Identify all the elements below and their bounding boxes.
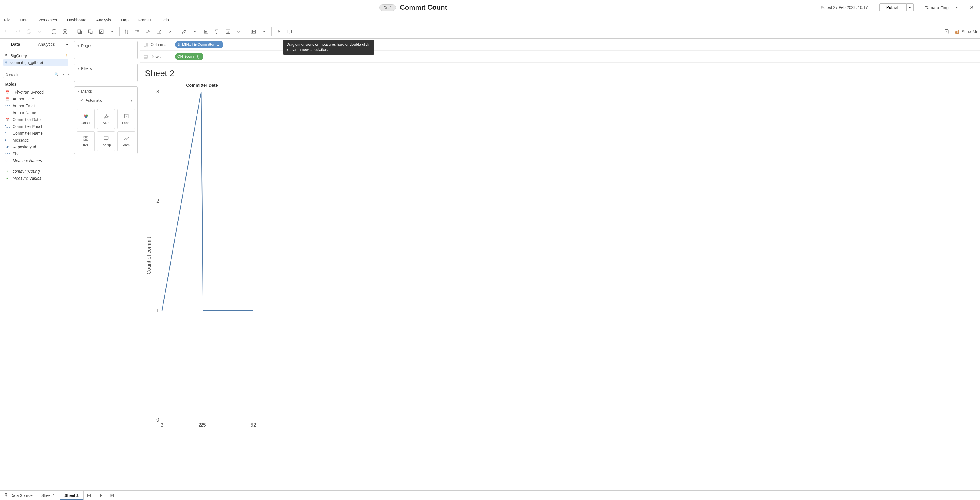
showme-button[interactable]: Show Me bbox=[955, 29, 978, 34]
svg-rect-48 bbox=[101, 495, 102, 497]
tab-data[interactable]: Data bbox=[0, 38, 31, 50]
new-worksheet-button[interactable] bbox=[74, 26, 85, 37]
columns-icon bbox=[143, 42, 148, 47]
datasource-commit[interactable]: 🗄 commit (in_github) bbox=[3, 59, 68, 66]
search-input[interactable] bbox=[3, 71, 60, 78]
new-dashboard-tab[interactable] bbox=[95, 490, 107, 500]
dataguide-button[interactable] bbox=[941, 26, 952, 37]
abc-icon: Abc bbox=[5, 111, 10, 115]
svg-rect-2 bbox=[78, 30, 80, 32]
collapse-data-pane-icon[interactable]: ◂ bbox=[62, 38, 72, 50]
totals-button[interactable] bbox=[154, 26, 165, 37]
rows-icon bbox=[143, 54, 148, 59]
fit-button[interactable] bbox=[223, 26, 233, 37]
close-icon[interactable]: ✕ bbox=[969, 4, 974, 11]
svg-text:0: 0 bbox=[156, 417, 159, 423]
sort-asc-button[interactable] bbox=[132, 26, 143, 37]
new-story-tab[interactable] bbox=[107, 490, 118, 500]
highlight-caret[interactable] bbox=[190, 26, 201, 37]
svg-rect-25 bbox=[86, 136, 88, 138]
highlight-button[interactable] bbox=[179, 26, 190, 37]
showhide-button[interactable] bbox=[248, 26, 259, 37]
menu-map[interactable]: Map bbox=[121, 18, 128, 22]
datasource-bigquery[interactable]: 🗄 BigQuery ! bbox=[3, 52, 68, 59]
present-button[interactable] bbox=[284, 26, 295, 37]
calendar-icon: 📅 bbox=[5, 118, 10, 121]
columns-pill-minute-committer[interactable]: ⊕ MINUTE(Committer … bbox=[175, 41, 223, 48]
filters-shelf[interactable]: ▾Filters bbox=[74, 64, 138, 82]
field-commit-count[interactable]: #commit (Count) bbox=[2, 168, 69, 175]
field-committer-name[interactable]: AbcCommitter Name bbox=[2, 130, 69, 137]
fit-caret[interactable] bbox=[233, 26, 244, 37]
mark-tooltip[interactable]: Tooltip bbox=[97, 131, 115, 151]
rows-pill-cnt-commit[interactable]: CNT(commit) bbox=[175, 53, 204, 60]
field-author-email[interactable]: AbcAuthor Email bbox=[2, 102, 69, 109]
mark-label[interactable]: T Label bbox=[117, 109, 135, 129]
field-measure-names[interactable]: AbcMeasure Names bbox=[2, 157, 69, 164]
field-author-date[interactable]: 📅Author Date bbox=[2, 96, 69, 102]
mark-detail[interactable]: Detail bbox=[77, 131, 95, 151]
field-repository-id[interactable]: #Repository Id bbox=[2, 144, 69, 150]
publish-dropdown[interactable]: ▾ bbox=[907, 3, 913, 11]
chart[interactable]: 01233242552Count of commit bbox=[145, 89, 259, 431]
toolbar: Show Me bbox=[0, 25, 980, 38]
field-author-name[interactable]: AbcAuthor Name bbox=[2, 109, 69, 116]
publish-button[interactable]: Publish bbox=[879, 3, 907, 11]
bottom-tabs: 🗄 Data Source Sheet 1 Sheet 2 bbox=[0, 490, 980, 500]
field-committer-date[interactable]: 📅Committer Date bbox=[2, 116, 69, 123]
chevron-down-icon: ▾ bbox=[77, 89, 79, 94]
filter-fields-icon[interactable]: ▼ bbox=[62, 71, 65, 78]
menu-dashboard[interactable]: Dashboard bbox=[67, 18, 87, 22]
workbook-title[interactable]: Commit Count bbox=[400, 3, 447, 11]
columns-shelf[interactable]: Columns ⊕ MINUTE(Committer … Drag dimens… bbox=[140, 38, 980, 51]
rows-shelf[interactable]: Rows CNT(commit) bbox=[140, 51, 980, 62]
user-menu[interactable]: Tamara Fing… ▾ bbox=[925, 5, 958, 10]
undo-button[interactable] bbox=[2, 26, 13, 37]
duplicate-button[interactable] bbox=[85, 26, 96, 37]
new-worksheet-tab[interactable] bbox=[84, 490, 95, 500]
showhide-caret[interactable] bbox=[259, 26, 269, 37]
fields-menu-icon[interactable]: ▾ bbox=[67, 71, 69, 78]
svg-rect-32 bbox=[144, 55, 148, 56]
mark-path[interactable]: Path bbox=[117, 131, 135, 151]
database-icon: 🗄 bbox=[4, 493, 8, 498]
pages-shelf[interactable]: ▾Pages bbox=[74, 41, 138, 59]
field-fivetran-synced[interactable]: 📅_Fivetran Synced bbox=[2, 89, 69, 96]
field-measure-values[interactable]: #Measure Values bbox=[2, 175, 69, 182]
svg-point-18 bbox=[85, 116, 87, 118]
replay-button[interactable] bbox=[23, 26, 34, 37]
pause-updates-button[interactable] bbox=[60, 26, 70, 37]
chevron-down-icon: ▾ bbox=[130, 98, 133, 102]
menu-file[interactable]: File bbox=[4, 18, 11, 22]
menu-worksheet[interactable]: Worksheet bbox=[38, 18, 57, 22]
format-button[interactable] bbox=[212, 26, 223, 37]
clear-sheet-button[interactable] bbox=[96, 26, 107, 37]
menu-data[interactable]: Data bbox=[20, 18, 29, 22]
totals-caret[interactable] bbox=[165, 26, 175, 37]
swap-button[interactable] bbox=[121, 26, 132, 37]
tab-analytics[interactable]: Analytics bbox=[31, 38, 62, 50]
field-sha[interactable]: AbcSha bbox=[2, 150, 69, 157]
mark-size[interactable]: Size bbox=[97, 109, 115, 129]
sort-desc-button[interactable] bbox=[143, 26, 154, 37]
clear-caret[interactable] bbox=[107, 26, 118, 37]
sheet-tab-1[interactable]: Sheet 1 bbox=[37, 490, 60, 500]
svg-rect-30 bbox=[145, 43, 146, 46]
sheet-tab-2[interactable]: Sheet 2 bbox=[60, 490, 84, 500]
menu-analysis[interactable]: Analysis bbox=[96, 18, 111, 22]
sheet-title[interactable]: Sheet 2 bbox=[145, 69, 259, 78]
redo-button[interactable] bbox=[13, 26, 23, 37]
menu-help[interactable]: Help bbox=[161, 18, 169, 22]
download-button[interactable] bbox=[273, 26, 284, 37]
abc-icon: Abc bbox=[5, 131, 10, 135]
labels-button[interactable] bbox=[201, 26, 212, 37]
new-datasource-button[interactable] bbox=[49, 26, 60, 37]
replay-caret[interactable] bbox=[34, 26, 45, 37]
data-source-tab[interactable]: 🗄 Data Source bbox=[0, 490, 37, 500]
mark-colour[interactable]: Colour bbox=[77, 109, 95, 129]
menu-format[interactable]: Format bbox=[138, 18, 151, 22]
mark-type-dropdown[interactable]: Automatic ▾ bbox=[77, 96, 135, 104]
abc-icon: Abc bbox=[5, 138, 10, 142]
field-committer-email[interactable]: AbcCommitter Email bbox=[2, 123, 69, 130]
field-message[interactable]: AbcMessage bbox=[2, 137, 69, 144]
